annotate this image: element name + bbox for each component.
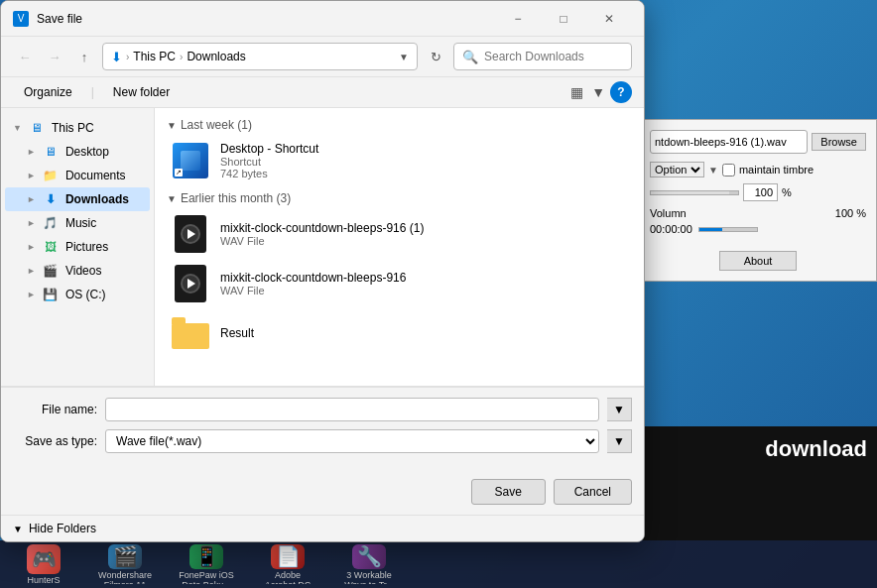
bg-volume-fill: [699, 228, 722, 231]
separator-1: |: [91, 85, 94, 99]
up-button[interactable]: ↑: [72, 45, 96, 68]
sidebar-item-desktop[interactable]: ► 🖥 Desktop: [5, 140, 150, 164]
view-dropdown-button[interactable]: ▼: [588, 81, 608, 103]
earlier-toggle[interactable]: ▼: [167, 193, 177, 204]
wav1-play-icon: [188, 229, 195, 239]
file-item-shortcut[interactable]: ↗ Desktop - Shortcut Shortcut 742 bytes: [167, 136, 632, 185]
wav2-icon-container: [171, 264, 210, 303]
savetype-select[interactable]: Wave file(*.wav): [105, 429, 599, 453]
section-header-earlier: ▼ Earlier this month (3): [167, 185, 632, 209]
bg-about-button[interactable]: About: [719, 251, 798, 271]
bottom-section: File name: ▼ Save as type: Wave file(*.w…: [1, 387, 644, 471]
refresh-button[interactable]: ↻: [424, 45, 447, 68]
view-toggle: ▦ ▼ ?: [567, 81, 632, 103]
sidebar-item-videos[interactable]: ► 🎬 Videos: [5, 259, 150, 283]
filename-input[interactable]: [105, 398, 599, 421]
wav2-icon-body: [175, 265, 206, 302]
result-icon-container: [171, 313, 210, 353]
minimize-button[interactable]: −: [495, 5, 541, 33]
breadcrumb-icon: ⬇: [111, 50, 122, 64]
sidebar-item-pictures[interactable]: ► 🖼 Pictures: [5, 235, 150, 259]
bg-filename-input[interactable]: [650, 130, 808, 154]
result-folder-icon: [172, 317, 209, 349]
sidebar-label-osc: OS (C:): [65, 288, 142, 301]
wav1-name: mixkit-clock-countdown-bleeps-916 (1): [220, 221, 628, 235]
bg-maintain-timbre-check[interactable]: [722, 164, 735, 176]
bg-timecode: 00:00:00: [650, 223, 692, 235]
sidebar-label-downloads: Downloads: [65, 192, 142, 206]
videos-icon: 🎬: [42, 262, 60, 280]
thispc-expand-arrow: ▼: [13, 123, 22, 133]
action-bar: Organize | New folder ▦ ▼ ?: [1, 77, 644, 108]
file-item-result[interactable]: Result: [167, 308, 632, 358]
taskbar-item-1[interactable]: 🎬 Wondershare Filmora 11: [85, 542, 165, 586]
search-input[interactable]: [484, 50, 613, 63]
sidebar-label-documents: Documents: [65, 169, 142, 182]
taskbar-item-3[interactable]: 📄 Adobe Acrobat DC: [248, 542, 327, 586]
filename-dropdown[interactable]: ▼: [607, 398, 632, 421]
help-button[interactable]: ?: [610, 81, 632, 103]
taskbar-label-2: FonePaw iOS Data Baku...: [179, 570, 234, 584]
taskbar-label-4: 3 Workable Ways to Tr...: [344, 570, 394, 584]
sidebar-label-pictures: Pictures: [65, 240, 142, 254]
file-info-result: Result: [220, 326, 628, 340]
taskbar-item-2[interactable]: 📱 FonePaw iOS Data Baku...: [167, 542, 246, 586]
close-button[interactable]: ✕: [586, 5, 632, 33]
shortcut-icon-container: ↗: [171, 141, 210, 180]
new-folder-button[interactable]: New folder: [102, 81, 181, 103]
bg-browse-button[interactable]: Browse: [812, 133, 866, 151]
file-item-wav1[interactable]: mixkit-clock-countdown-bleeps-916 (1) WA…: [167, 209, 632, 259]
dialog-footer: File name: ▼ Save as type: Wave file(*.w…: [1, 386, 644, 541]
maximize-button[interactable]: □: [541, 5, 586, 33]
hide-folders-bar[interactable]: ▼ Hide Folders: [1, 515, 644, 541]
forward-button[interactable]: →: [43, 45, 66, 68]
savetype-dropdown[interactable]: ▼: [607, 429, 632, 453]
sidebar-item-music[interactable]: ► 🎵 Music: [5, 211, 150, 235]
breadcrumb-sep-2: ›: [180, 52, 183, 62]
sidebar-item-thispc[interactable]: ▼ 🖥 This PC: [5, 116, 150, 140]
save-button[interactable]: Save: [471, 479, 546, 505]
taskbar-item-4[interactable]: 🔧 3 Workable Ways to Tr...: [329, 542, 409, 586]
desktop-expand-arrow: ►: [27, 147, 36, 157]
cancel-button[interactable]: Cancel: [554, 479, 632, 505]
bg-select[interactable]: Option: [650, 162, 704, 177]
taskbar-icon-4: 🔧: [352, 544, 386, 569]
window-controls: − □ ✕: [495, 5, 632, 33]
sidebar-label-videos: Videos: [65, 264, 142, 278]
sidebar-item-documents[interactable]: ► 📁 Documents: [5, 164, 150, 187]
documents-icon: 📁: [42, 167, 60, 184]
downloads-icon: ⬇: [42, 190, 60, 208]
wav1-icon-container: [171, 214, 210, 254]
hide-folders-label: Hide Folders: [29, 522, 96, 535]
shortcut-arrow: ↗: [175, 169, 183, 176]
wav2-icon-circle: [181, 274, 200, 294]
section-header-lastweek: ▼ Last week (1): [167, 112, 632, 136]
organize-button[interactable]: Organize: [13, 81, 83, 103]
breadcrumb-dropdown[interactable]: ▼: [399, 52, 409, 62]
view-grid-button[interactable]: ▦: [567, 81, 586, 103]
bg-percent-unit: %: [782, 186, 792, 198]
sidebar-label-desktop: Desktop: [65, 145, 142, 159]
shortcut-type: Shortcut: [220, 156, 628, 168]
bg-percent-input[interactable]: [743, 183, 778, 201]
file-item-wav2[interactable]: mixkit-clock-countdown-bleeps-916 WAV Fi…: [167, 259, 632, 308]
back-button[interactable]: ←: [13, 45, 37, 68]
breadcrumb-thispc[interactable]: This PC: [133, 50, 176, 63]
sidebar-item-osc[interactable]: ► 💾 OS (C:): [5, 283, 150, 306]
bg-volume-value: 100 %: [835, 207, 866, 219]
sidebar-label-thispc: This PC: [52, 121, 142, 135]
taskbar-icon-0: 🎮: [27, 544, 61, 574]
taskbar-item-0[interactable]: 🎮 HunterS: [4, 542, 83, 586]
background-app-panel: Browse Option ▼ maintain timbre % Volumn…: [639, 119, 877, 282]
wav1-icon-body: [175, 215, 206, 253]
lastweek-toggle[interactable]: ▼: [167, 120, 177, 131]
music-icon: 🎵: [42, 214, 60, 232]
breadcrumb-downloads[interactable]: Downloads: [187, 50, 245, 63]
taskbar-label-3: Adobe Acrobat DC: [265, 570, 312, 584]
wav2-play-icon: [188, 279, 195, 289]
filename-label: File name:: [13, 403, 97, 416]
bg-maintain-timbre-label: maintain timbre: [739, 164, 814, 176]
file-info-wav2: mixkit-clock-countdown-bleeps-916 WAV Fi…: [220, 271, 628, 296]
sidebar: ▼ 🖥 This PC ► 🖥 Desktop ► 📁 Documents ► …: [1, 108, 155, 386]
sidebar-item-downloads[interactable]: ► ⬇ Downloads: [5, 187, 150, 211]
